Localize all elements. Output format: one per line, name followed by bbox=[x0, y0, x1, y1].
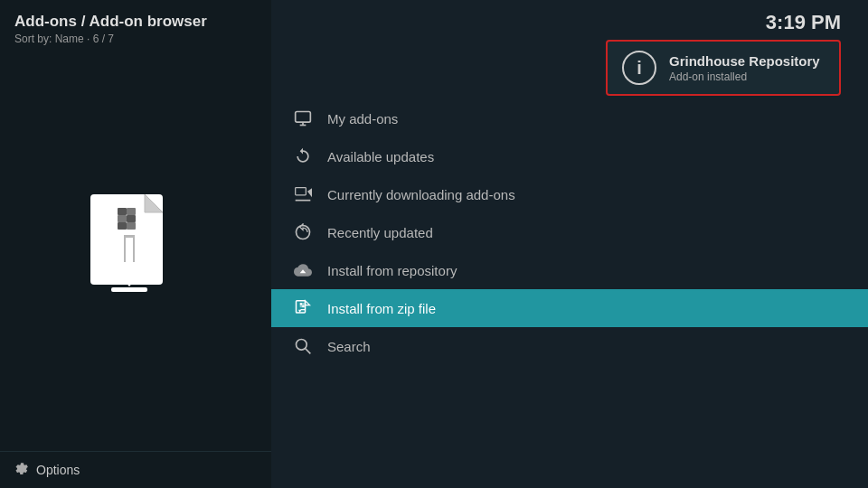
left-panel: Add-ons / Add-on browser Sort by: Name ·… bbox=[0, 0, 271, 488]
svg-rect-26 bbox=[302, 303, 305, 305]
notification-subtitle: Add-on installed bbox=[669, 70, 820, 83]
refresh-icon bbox=[293, 146, 313, 166]
menu-item-available-updates[interactable]: Available updates bbox=[271, 137, 868, 175]
clock: 3:19 PM bbox=[766, 11, 841, 34]
addon-icon-area bbox=[0, 49, 271, 451]
options-label: Options bbox=[36, 463, 80, 477]
svg-rect-8 bbox=[127, 222, 136, 230]
clock-refresh-icon bbox=[293, 222, 313, 242]
menu-item-recently-updated[interactable]: Recently updated bbox=[271, 213, 868, 251]
zip-icon bbox=[293, 298, 313, 318]
svg-rect-7 bbox=[118, 222, 127, 230]
cloud-icon bbox=[293, 260, 313, 280]
svg-point-31 bbox=[297, 340, 307, 351]
menu-label-search: Search bbox=[327, 339, 371, 354]
search-icon bbox=[293, 336, 313, 356]
svg-line-32 bbox=[306, 349, 311, 354]
menu-item-my-addons[interactable]: My add-ons bbox=[271, 99, 868, 137]
breadcrumb-area: Add-ons / Add-on browser Sort by: Name ·… bbox=[0, 0, 271, 49]
menu-label-available-updates: Available updates bbox=[327, 149, 434, 164]
svg-rect-27 bbox=[300, 305, 303, 308]
notification-toast: i Grindhouse Repository Add-on installed bbox=[606, 40, 841, 96]
svg-rect-18 bbox=[296, 188, 307, 195]
svg-rect-14 bbox=[111, 287, 147, 292]
svg-rect-15 bbox=[296, 112, 311, 123]
notification-info-icon: i bbox=[622, 51, 656, 85]
menu-label-install-from-zip: Install from zip file bbox=[327, 301, 436, 316]
svg-rect-12 bbox=[126, 238, 133, 263]
menu-item-install-from-repo[interactable]: Install from repository bbox=[271, 251, 868, 289]
gear-icon bbox=[14, 461, 29, 479]
svg-marker-19 bbox=[307, 188, 312, 197]
menu-label-recently-updated: Recently updated bbox=[327, 225, 433, 240]
svg-rect-4 bbox=[127, 208, 136, 215]
svg-rect-5 bbox=[118, 215, 127, 222]
svg-rect-28 bbox=[302, 305, 305, 308]
menu-item-currently-downloading[interactable]: Currently downloading add-ons bbox=[271, 175, 868, 213]
sort-info: Sort by: Name · 6 / 7 bbox=[14, 33, 257, 45]
download-icon bbox=[293, 184, 313, 204]
svg-rect-3 bbox=[118, 208, 127, 215]
menu-label-my-addons: My add-ons bbox=[327, 111, 398, 127]
notification-text: Grindhouse Repository Add-on installed bbox=[669, 53, 820, 83]
monitor-icon bbox=[293, 108, 313, 128]
svg-rect-6 bbox=[127, 215, 136, 222]
svg-rect-25 bbox=[300, 303, 303, 305]
menu-label-currently-downloading: Currently downloading add-ons bbox=[327, 187, 515, 202]
options-bar[interactable]: Options bbox=[0, 451, 271, 488]
menu-item-install-from-zip[interactable]: Install from zip file bbox=[271, 289, 868, 327]
notification-title: Grindhouse Repository bbox=[669, 53, 820, 69]
menu-label-install-from-repo: Install from repository bbox=[327, 263, 457, 278]
zip-file-icon bbox=[77, 185, 194, 315]
menu-item-search[interactable]: Search bbox=[271, 327, 868, 365]
breadcrumb-title: Add-ons / Add-on browser bbox=[14, 13, 257, 31]
